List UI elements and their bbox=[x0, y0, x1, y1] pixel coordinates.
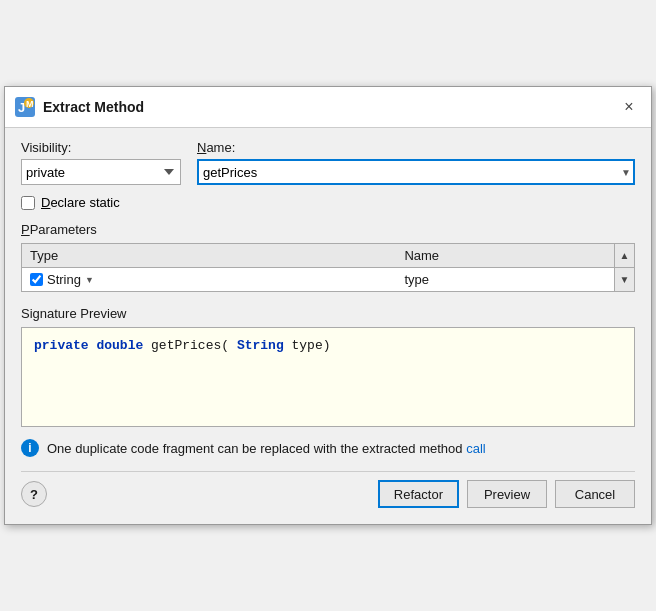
parameters-section: PParameters Type Name bbox=[21, 222, 635, 292]
preview-button[interactable]: Preview bbox=[467, 480, 547, 508]
button-row: ? Refactor Preview Cancel bbox=[21, 471, 635, 512]
param-name-value: type bbox=[404, 272, 429, 287]
scroll-arrows: ▲ ▼ bbox=[614, 244, 634, 291]
sig-type-param: type) bbox=[292, 338, 331, 353]
app-icon: J M bbox=[15, 97, 35, 117]
name-input-wrap: ▼ bbox=[197, 159, 635, 185]
sig-space2: getPrices( bbox=[151, 338, 229, 353]
param-checkbox[interactable] bbox=[30, 273, 43, 286]
type-cell: String ▼ bbox=[22, 268, 396, 292]
svg-text:M: M bbox=[26, 99, 34, 109]
scroll-up-button[interactable]: ▲ bbox=[615, 244, 634, 268]
declare-static-label: Declare static bbox=[41, 195, 120, 210]
info-row: i One duplicate code fragment can be rep… bbox=[21, 439, 635, 457]
kw-private: private bbox=[34, 338, 89, 353]
name-label: Name: bbox=[197, 140, 635, 155]
close-button[interactable]: × bbox=[617, 95, 641, 119]
scroll-down-button[interactable]: ▼ bbox=[615, 268, 634, 291]
info-text: One duplicate code fragment can be repla… bbox=[47, 441, 486, 456]
info-icon: i bbox=[21, 439, 39, 457]
name-input[interactable] bbox=[197, 159, 635, 185]
visibility-group: Visibility: private public protected pac… bbox=[21, 140, 181, 185]
signature-preview-section: Signature Preview private double getPric… bbox=[21, 306, 635, 427]
name-cell: type bbox=[396, 268, 634, 292]
visibility-name-row: Visibility: private public protected pac… bbox=[21, 140, 635, 185]
signature-preview-label: Signature Preview bbox=[21, 306, 635, 321]
visibility-label: Visibility: bbox=[21, 140, 181, 155]
cancel-button[interactable]: Cancel bbox=[555, 480, 635, 508]
signature-box: private double getPrices( String type) bbox=[21, 327, 635, 427]
help-button[interactable]: ? bbox=[21, 481, 47, 507]
col-type: Type bbox=[22, 244, 396, 268]
title-bar: J M Extract Method × bbox=[5, 87, 651, 128]
declare-static-checkbox[interactable] bbox=[21, 196, 35, 210]
kw-string: String bbox=[237, 338, 284, 353]
param-type-value: String bbox=[47, 272, 81, 287]
dialog-title: Extract Method bbox=[43, 99, 609, 115]
kw-double: double bbox=[96, 338, 143, 353]
info-call-link[interactable]: call bbox=[466, 441, 486, 456]
dialog-content: Visibility: private public protected pac… bbox=[5, 128, 651, 524]
parameters-table-wrap: Type Name String ▼ bbox=[21, 243, 635, 292]
declare-static-row: Declare static bbox=[21, 195, 635, 210]
table-row: String ▼ type bbox=[22, 268, 634, 292]
refactor-button[interactable]: Refactor bbox=[378, 480, 459, 508]
name-group: Name: ▼ bbox=[197, 140, 635, 185]
parameters-table: Type Name String ▼ bbox=[22, 244, 634, 291]
parameters-label: PParameters bbox=[21, 222, 635, 237]
col-name: Name bbox=[396, 244, 634, 268]
param-type-arrow: ▼ bbox=[85, 275, 94, 285]
extract-method-dialog: J M Extract Method × Visibility: private… bbox=[4, 86, 652, 525]
visibility-select[interactable]: private public protected package bbox=[21, 159, 181, 185]
